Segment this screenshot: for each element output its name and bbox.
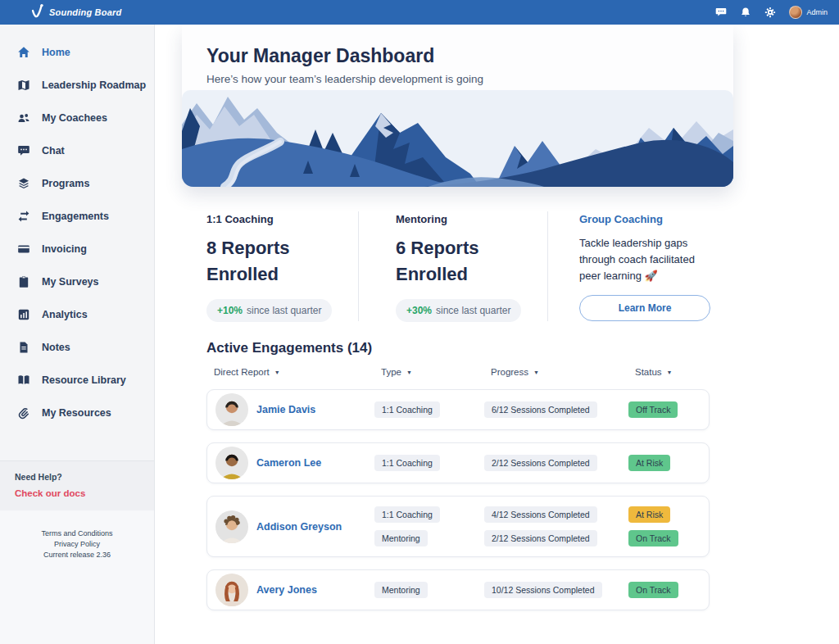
sidebar-item-roadmap[interactable]: Leadership Roadmap — [0, 69, 154, 102]
sidebar-item-label: Notes — [42, 342, 70, 353]
avatar — [215, 393, 248, 426]
delta-value: +30% — [406, 305, 432, 316]
sidebar-item-label: Chat — [42, 145, 65, 156]
delta-suffix: since last quarter — [436, 305, 510, 316]
delta-value: +10% — [217, 305, 243, 316]
sidebar-footer: Terms and Conditions Privacy Policy Curr… — [0, 510, 154, 644]
admin-user-menu[interactable]: Admin — [789, 6, 828, 19]
engagement-row[interactable]: Avery JonesMentoring10/12 Sessions Compl… — [206, 569, 710, 610]
notes-icon — [17, 341, 30, 354]
sidebar-item-engagements[interactable]: Engagements — [0, 200, 154, 233]
progress-tag: 2/12 Sessions Completed — [484, 455, 597, 471]
messages-icon[interactable] — [715, 7, 727, 18]
progress-tag: 4/12 Sessions Completed — [484, 506, 597, 523]
analytics-icon — [17, 308, 30, 321]
status-badge: On Track — [628, 582, 678, 598]
engagement-row[interactable]: Cameron Lee1:1 Coaching2/12 Sessions Com… — [206, 442, 710, 483]
avatar — [215, 574, 248, 606]
sidebar: HomeLeadership RoadmapMy CoacheesChatPro… — [0, 25, 155, 644]
sidebar-item-notes[interactable]: Notes — [0, 331, 154, 364]
sidebar-item-coachees[interactable]: My Coachees — [0, 102, 154, 134]
page-title: Your Manager Dashboard — [206, 45, 434, 67]
sidebar-item-label: Home — [42, 47, 70, 58]
invoicing-icon — [17, 243, 30, 256]
delta-suffix: since last quarter — [247, 305, 321, 316]
sidebar-item-chat[interactable]: Chat — [0, 134, 154, 167]
notifications-bell-icon[interactable] — [740, 7, 751, 18]
admin-avatar — [789, 6, 802, 19]
sidebar-item-analytics[interactable]: Analytics — [0, 298, 154, 331]
progress-tag: 2/12 Sessions Completed — [484, 530, 597, 546]
top-navbar: Sounding Board Admin — [0, 0, 839, 25]
sidebar-item-label: My Surveys — [42, 276, 98, 288]
type-tag: 1:1 Coaching — [374, 455, 440, 471]
column-progress[interactable]: Progress▼ — [491, 367, 635, 377]
engagements-header: Direct Report▼ Type▼ Progress▼ Status▼ — [206, 367, 710, 377]
direct-report-cell: Addison Greyson — [215, 510, 374, 543]
settings-gear-icon[interactable] — [764, 7, 776, 18]
sort-caret-icon: ▼ — [667, 370, 673, 375]
direct-report-name-link[interactable]: Avery Jones — [256, 584, 317, 596]
help-title: Need Help? — [15, 472, 139, 482]
sidebar-item-label: Invoicing — [42, 243, 87, 255]
release-version: Current release 2.36 — [0, 550, 154, 560]
type-tag: 1:1 Coaching — [374, 401, 440, 418]
avatar — [215, 510, 248, 543]
stat-delta-pill: +30% since last quarter — [396, 299, 521, 322]
direct-report-name-link[interactable]: Addison Greyson — [256, 521, 342, 533]
page-subtitle: Here’s how your team’s leadership develo… — [206, 73, 483, 85]
engagement-row[interactable]: Jamie Davis1:1 Coaching6/12 Sessions Com… — [206, 389, 710, 430]
privacy-link[interactable]: Privacy Policy — [0, 539, 154, 550]
sidebar-item-label: My Coachees — [42, 112, 107, 124]
brand-logo[interactable]: Sounding Board — [29, 3, 121, 21]
column-type[interactable]: Type▼ — [381, 367, 491, 377]
status-badge: At Risk — [628, 506, 670, 523]
mountain-illustration — [182, 90, 733, 187]
direct-report-name-link[interactable]: Jamie Davis — [256, 404, 315, 415]
avatar — [215, 447, 248, 479]
stat-label: Mentoring — [396, 213, 547, 225]
help-section: Need Help? Check our docs — [0, 460, 154, 510]
engagements-title: Active Engagements (14) — [206, 340, 372, 356]
stat-label: 1:1 Coaching — [206, 213, 358, 225]
status-badge: On Track — [628, 530, 678, 546]
status-badge: At Risk — [628, 455, 670, 471]
stat-value: 6 Reports Enrolled — [396, 235, 494, 288]
sidebar-item-label: My Resources — [42, 407, 111, 419]
library-icon — [17, 374, 30, 387]
direct-report-cell: Avery Jones — [215, 574, 374, 606]
app-window: Sounding Board Admin HomeLeadership Road… — [0, 0, 839, 644]
sidebar-item-label: Programs — [42, 178, 89, 189]
progress-tag: 6/12 Sessions Completed — [484, 401, 597, 418]
column-status[interactable]: Status▼ — [635, 367, 710, 377]
stat-delta-pill: +10% since last quarter — [206, 299, 332, 322]
engagement-rows: Jamie Davis1:1 Coaching6/12 Sessions Com… — [206, 389, 710, 610]
direct-report-name-link[interactable]: Cameron Lee — [256, 457, 321, 469]
chat-icon — [17, 144, 30, 157]
column-direct-report[interactable]: Direct Report▼ — [214, 367, 381, 377]
dashboard-hero-card: Your Manager Dashboard Here’s how your t… — [182, 25, 733, 187]
group-coaching-promo: Group Coaching Tackle leadership gaps th… — [547, 211, 710, 321]
learn-more-button[interactable]: Learn More — [579, 295, 710, 321]
stats-row: 1:1 Coaching 8 Reports Enrolled +10% sin… — [206, 211, 710, 321]
sidebar-item-programs[interactable]: Programs — [0, 167, 154, 200]
sidebar-item-surveys[interactable]: My Surveys — [0, 265, 154, 298]
sidebar-item-resources[interactable]: My Resources — [0, 397, 154, 429]
sidebar-item-home[interactable]: Home — [0, 36, 154, 69]
home-icon — [17, 46, 30, 59]
sort-caret-icon: ▼ — [274, 370, 280, 375]
stat-value: 8 Reports Enrolled — [206, 235, 305, 288]
terms-link[interactable]: Terms and Conditions — [0, 528, 154, 539]
programs-icon — [17, 177, 30, 190]
check-docs-link[interactable]: Check our docs — [15, 488, 139, 498]
sort-caret-icon: ▼ — [533, 370, 539, 375]
sidebar-item-library[interactable]: Resource Library — [0, 364, 154, 397]
resources-icon — [17, 406, 30, 420]
engagement-row[interactable]: Addison Greyson1:1 Coaching4/12 Sessions… — [206, 496, 710, 557]
roadmap-icon — [17, 79, 30, 92]
coachees-icon — [17, 111, 30, 125]
checkmark-logo-icon — [29, 3, 48, 21]
type-tag: 1:1 Coaching — [374, 506, 440, 523]
sidebar-item-invoicing[interactable]: Invoicing — [0, 233, 154, 265]
sidebar-item-label: Analytics — [42, 309, 88, 320]
